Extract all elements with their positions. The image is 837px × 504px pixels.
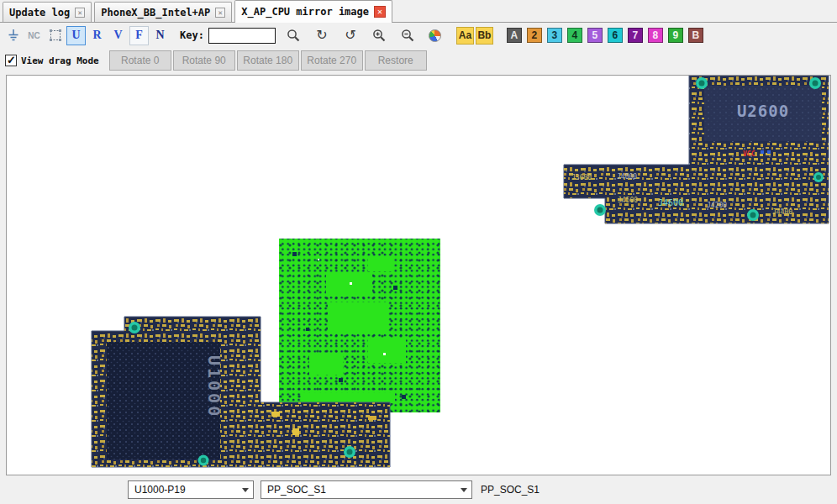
tab-phonex-bb[interactable]: PhoneX_BB_Intel+AP: [94, 2, 232, 22]
rotate-180-button[interactable]: Rotate 180: [237, 50, 299, 71]
chip-4-button[interactable]: 4: [567, 28, 582, 43]
component-r-filter-button[interactable]: R: [87, 26, 107, 45]
chip-6-button[interactable]: 6: [608, 28, 623, 43]
dashed-area-icon: [49, 29, 62, 42]
key-label: Key:: [180, 29, 204, 41]
pin-select[interactable]: U1000-P19: [128, 480, 254, 499]
pin-select-value: U1000-P19: [134, 484, 186, 496]
net-select-value: PP_SOC_S1: [267, 484, 326, 496]
pcb-fragment-top-right[interactable]: U2600 VCC J3600 J4000 J4500 J4600 J4200 …: [564, 76, 829, 223]
silk-label-j3600: J3600: [571, 174, 592, 181]
bga-footprint-overlay[interactable]: [279, 239, 440, 412]
r-filter-label: R: [92, 29, 101, 42]
close-icon[interactable]: [374, 6, 386, 18]
area-select-tool-button[interactable]: [45, 26, 65, 45]
silk-label-red: VCC: [743, 150, 755, 158]
rotate-270-button[interactable]: Rotate 270: [301, 50, 363, 71]
net-select[interactable]: PP_SOC_S1: [261, 480, 472, 499]
component-f-filter-button[interactable]: F: [129, 26, 149, 45]
toolbar: NC U R V F N Key: ↻ ↺: [0, 23, 837, 48]
chip-5-button[interactable]: 5: [587, 28, 603, 43]
chip-8-button[interactable]: 8: [648, 28, 663, 43]
zoom-out-button[interactable]: [397, 25, 418, 45]
n-filter-label: N: [155, 29, 164, 42]
tab-update-log[interactable]: Update log: [3, 2, 92, 22]
status-bar: U1000-P19 PP_SOC_S1 PP_SOC_S1: [0, 475, 837, 503]
v-filter-label: V: [113, 29, 122, 42]
tab-label: PhoneX_BB_Intel+AP: [101, 7, 210, 18]
silk-label-j4600: J4600: [658, 198, 683, 207]
rotate-ccw-icon: ↺: [345, 29, 355, 42]
rotate-cw-icon: ↻: [316, 29, 327, 42]
chip-3-button[interactable]: 3: [547, 28, 562, 43]
search-button[interactable]: [282, 25, 304, 45]
rotate-cw-button[interactable]: ↻: [311, 25, 333, 45]
nc-label: NC: [28, 31, 39, 40]
silk-label-j4200: J4200: [707, 202, 727, 209]
zoom-in-button[interactable]: [368, 25, 390, 45]
rotate-90-button[interactable]: Rotate 90: [173, 50, 235, 71]
zoom-in-icon: [371, 28, 387, 43]
pcb-canvas[interactable]: U2600 VCC J3600 J4000 J4500 J4600 J4200 …: [6, 75, 831, 475]
silk-label-j4000: J4000: [617, 173, 637, 181]
zoom-out-icon: [400, 28, 415, 43]
search-icon: [286, 28, 301, 43]
chip-2-button[interactable]: 2: [527, 28, 542, 43]
color-palette-button[interactable]: [429, 29, 441, 42]
chevron-down-icon: [242, 488, 249, 496]
chip-a-button[interactable]: A: [507, 28, 522, 43]
rotate-0-button[interactable]: Rotate 0: [109, 50, 171, 71]
close-icon[interactable]: [75, 8, 85, 18]
chip-label-u2600: U2600: [737, 102, 789, 120]
nc-tool-button[interactable]: NC: [24, 26, 44, 45]
restore-button[interactable]: Restore: [365, 50, 427, 71]
silk-label-j4400: J4400: [772, 208, 792, 216]
chip-label-u1000: U1000: [204, 355, 224, 418]
font-aa-button[interactable]: Aa: [456, 27, 474, 45]
tab-label: Update log: [9, 7, 70, 18]
tab-x-ap-cpu-mirror[interactable]: X_AP_CPU mirror image: [234, 0, 392, 23]
silk-label-j4500: J4500: [618, 197, 638, 204]
tab-bar: Update log PhoneX_BB_Intel+AP X_AP_CPU m…: [0, 0, 837, 23]
rotate-ccw-button[interactable]: ↺: [340, 25, 361, 45]
controls-row: View drag Mode Rotate 0 Rotate 90 Rotate…: [0, 48, 837, 73]
highlight-color-chips: A 2 3 4 5 6 7 8 9 B: [507, 28, 703, 43]
u-filter-label: U: [71, 29, 80, 42]
font-bb-button[interactable]: Bb: [476, 27, 493, 45]
component-n-filter-button[interactable]: N: [150, 26, 170, 45]
ground-icon: [7, 29, 20, 42]
chevron-down-icon: [461, 488, 467, 496]
tab-label: X_AP_CPU mirror image: [241, 6, 369, 18]
component-v-filter-button[interactable]: V: [108, 26, 128, 45]
view-drag-label: View drag Mode: [21, 55, 99, 66]
chip-b-button[interactable]: B: [688, 28, 703, 43]
chip-7-button[interactable]: 7: [628, 28, 643, 43]
ground-tool-button[interactable]: [3, 26, 23, 45]
key-input[interactable]: [208, 28, 276, 44]
net-name-label: PP_SOC_S1: [481, 484, 540, 496]
chip-9-button[interactable]: 9: [668, 28, 683, 43]
pcb-drawing: U2600 VCC J3600 J4000 J4500 J4600 J4200 …: [7, 76, 830, 475]
close-icon[interactable]: [215, 8, 225, 18]
f-filter-label: F: [135, 29, 143, 42]
view-drag-checkbox[interactable]: [5, 55, 17, 66]
component-u-filter-button[interactable]: U: [66, 26, 86, 45]
